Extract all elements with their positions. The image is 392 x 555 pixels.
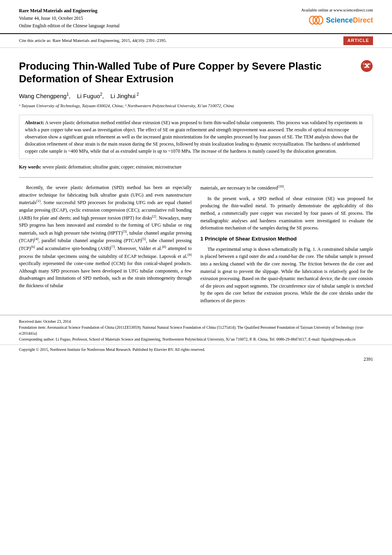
footer-foundation: Foundation item: Aeronautical Science Fo… bbox=[19, 324, 373, 336]
journal-title: Rare Metal Materials and Engineering bbox=[19, 7, 120, 15]
footer-notes: Received date: October 23, 2014 Foundati… bbox=[0, 315, 392, 345]
sd-logo-text: ScienceDirect bbox=[326, 15, 373, 25]
section1-text: The experimental setup is shown schemati… bbox=[200, 246, 373, 305]
keywords-line: Key words: severe plastic deformation; u… bbox=[19, 164, 373, 170]
sd-logo-icon bbox=[309, 15, 324, 26]
article-badge: ARTICLE bbox=[343, 36, 373, 45]
citation-bar: Cite this article as: Rare Metal Materia… bbox=[0, 34, 392, 48]
sciencedirect-logo: Available online at www.sciencedirect.co… bbox=[301, 7, 373, 26]
copyright-text: Copyright © 2015, Northwest Institute fo… bbox=[19, 347, 205, 352]
footer-received: Received date: October 23, 2014 bbox=[19, 318, 373, 324]
affiliations: ¹ Taiyuan University of Technology, Taiy… bbox=[19, 103, 373, 109]
svg-text:Cross: Cross bbox=[363, 63, 371, 65]
body-right-para-1: materials, are necessary to be considere… bbox=[200, 184, 373, 192]
sd-brand: ScienceDirect bbox=[309, 15, 373, 26]
page-number: 2391 bbox=[0, 354, 392, 364]
journal-info: Rare Metal Materials and Engineering Vol… bbox=[19, 7, 120, 29]
column-left: Recently, the severe plastic deformation… bbox=[19, 184, 192, 307]
abstract-box: Abstract: A severe plastic deformation m… bbox=[19, 115, 373, 159]
citation-text: Cite this article as: Rare Metal Materia… bbox=[19, 38, 167, 44]
body-columns: Recently, the severe plastic deformation… bbox=[19, 184, 373, 307]
section1-title: 1 Principle of Shear Extrusion Method bbox=[200, 235, 373, 243]
abstract-text: A severe plastic deformation method enti… bbox=[25, 120, 362, 154]
page: Rare Metal Materials and Engineering Vol… bbox=[0, 0, 392, 555]
top-header: Rare Metal Materials and Engineering Vol… bbox=[0, 0, 392, 34]
column-right: materials, are necessary to be considere… bbox=[200, 184, 373, 307]
keywords-label: Key words: bbox=[19, 165, 41, 169]
title-text: Producing Thin-Walled Tube of Pure Coppe… bbox=[19, 60, 322, 85]
footer-corresponding: Corresponding author: Li Fuguo, Professo… bbox=[19, 336, 373, 342]
authors: Wang Chengpeng1, Li Fuguo2, Li Jinghui 2 bbox=[19, 92, 373, 100]
svg-text:Mark: Mark bbox=[364, 66, 370, 68]
keywords-text: severe plastic deformation; ultrafine gr… bbox=[42, 165, 181, 169]
journal-edition: Online English edition of the Chinese la… bbox=[19, 22, 120, 29]
journal-volume: Volume 44, Issue 10, October 2015 bbox=[19, 15, 120, 22]
article-title: ✕ Cross Mark Producing Thin-Walled Tube … bbox=[19, 60, 373, 85]
main-content: ✕ Cross Mark Producing Thin-Walled Tube … bbox=[0, 48, 392, 308]
crossmark-icon: ✕ Cross Mark bbox=[360, 60, 373, 72]
body-right-para-2: In the present work, a SPD method of she… bbox=[200, 195, 373, 232]
section-divider bbox=[19, 177, 373, 178]
abstract-label: Abstract: bbox=[25, 120, 44, 125]
body-left-para-1: Recently, the severe plastic deformation… bbox=[19, 184, 192, 289]
footer-copyright: Copyright © 2015, Northwest Institute fo… bbox=[0, 345, 392, 355]
available-text: Available online at www.sciencedirect.co… bbox=[301, 7, 373, 13]
